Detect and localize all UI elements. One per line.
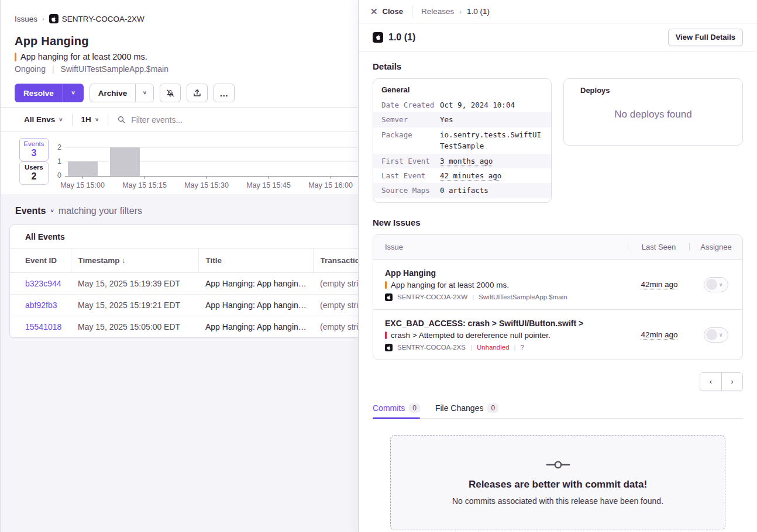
issue-row: EXC_BAD_ACCESS: crash > SwiftUI/Button.s… <box>373 309 742 360</box>
detail-row: Package io.sentry.tests.SwiftUITestSampl… <box>373 127 551 154</box>
all-events-card: All Events Event ID Timestamp ↓ Title Tr… <box>9 224 358 338</box>
tab-commits[interactable]: Commits 0 <box>373 403 420 418</box>
new-issues-header-row: Issue Last Seen Assignee <box>373 235 742 260</box>
event-id-link[interactable]: b323c944 <box>10 272 71 294</box>
issue-meta: Ongoing | SwiftUITestSampleApp.$main <box>15 64 358 74</box>
issue-culprit-text: App hanging for at least 2000 ms. <box>20 52 147 61</box>
events-stat-card[interactable]: Events 3 <box>19 138 49 161</box>
filter-events-input[interactable]: Filter events... <box>117 115 358 125</box>
column-header-title[interactable]: Title <box>198 248 313 272</box>
deploys-empty-text: No deploys found <box>572 109 734 120</box>
issue-title-link[interactable]: EXC_BAD_ACCESS: crash > SwiftUI/Button.s… <box>385 319 629 328</box>
release-title: 1.0 (1) <box>373 32 415 43</box>
divider: | <box>52 64 54 74</box>
archive-button[interactable]: Archive <box>90 84 136 102</box>
events-heading-subtitle: matching your filters <box>59 206 142 216</box>
table-header-row: Event ID Timestamp ↓ Title Transaction <box>10 248 358 272</box>
event-title: App Hanging: App hangin… <box>198 316 313 337</box>
chevron-down-icon[interactable]: ∨ <box>50 209 54 213</box>
page-title: App Hanging <box>15 34 358 48</box>
tab-commits-count: 0 <box>409 403 420 413</box>
assignee-dropdown[interactable]: ∨ <box>704 277 728 292</box>
next-page-button[interactable]: › <box>721 373 742 391</box>
chevron-down-icon: ∨ <box>143 91 147 95</box>
column-header-event-id[interactable]: Event ID <box>10 248 71 272</box>
help-hint: ? <box>521 344 524 351</box>
divider: | <box>470 344 472 351</box>
period-filter[interactable]: 1H ∨ <box>81 115 99 124</box>
issue-culprit: App hanging for at least 2000 ms. <box>15 52 358 61</box>
empty-state-subtitle: No commits associated with this release … <box>452 496 663 506</box>
breadcrumb-releases-link[interactable]: Releases <box>421 7 454 16</box>
detail-value: io.sentry.tests.SwiftUITestSample <box>440 129 543 152</box>
column-header-timestamp[interactable]: Timestamp ↓ <box>71 248 198 272</box>
unhandled-badge: Unhandled <box>477 344 510 351</box>
users-stat-card[interactable]: Users 2 <box>19 161 49 185</box>
detail-row: First Event 3 months ago <box>373 154 551 168</box>
avatar <box>706 279 717 290</box>
axis-tick <box>331 177 331 179</box>
filter-bar: All Envs ∨ 1H ∨ Filter events... <box>1 108 358 132</box>
environment-filter[interactable]: All Envs ∨ <box>24 115 63 124</box>
breadcrumb-project-label: SENTRY-COCOA-2XW <box>62 15 144 23</box>
breadcrumb-project[interactable]: SENTRY-COCOA-2XW <box>49 14 144 23</box>
event-timestamp: May 15, 2025 15:05:00 EDT <box>71 316 198 337</box>
divider <box>412 6 412 18</box>
artifacts-link[interactable]: 0 artifacts <box>440 185 488 196</box>
search-icon <box>117 115 126 124</box>
divider: | <box>472 293 474 300</box>
issue-message: crash > Attempted to dereference null po… <box>391 331 550 340</box>
y-axis-tick: 2 <box>51 143 61 151</box>
resolve-button[interactable]: Resolve <box>15 84 63 102</box>
divider <box>108 114 108 126</box>
events-bar-chart: 2 1 0 May 15 15:00 May 15 15:15 May 15 1… <box>65 132 358 196</box>
issue-detail-panel: Issues › SENTRY-COCOA-2XW App Hanging Ap… <box>0 0 358 532</box>
archive-dropdown-button[interactable]: ∨ <box>135 84 154 102</box>
event-transaction: (empty string) <box>313 272 358 294</box>
breadcrumb: Issues › SENTRY-COCOA-2XW <box>15 14 358 23</box>
axis-tick <box>82 177 83 179</box>
issue-title-link[interactable]: App Hanging <box>385 268 629 278</box>
column-header-last-seen: Last Seen <box>628 243 689 251</box>
general-card: General Date Created Oct 9, 2024 10:04 S… <box>373 78 552 203</box>
sort-descending-icon: ↓ <box>122 257 125 265</box>
table-row: 15541018 May 15, 2025 15:05:00 EDT App H… <box>10 316 358 337</box>
column-header-issue: Issue <box>373 243 628 251</box>
environment-filter-label: All Envs <box>24 115 55 124</box>
resolve-dropdown-button[interactable]: ∨ <box>63 84 84 102</box>
event-title: App Hanging: App hangin… <box>198 294 313 316</box>
commits-empty-state: Releases are better with commit data! No… <box>390 435 725 530</box>
view-full-details-button[interactable]: View Full Details <box>668 29 743 46</box>
assignee-dropdown[interactable]: ∨ <box>704 327 728 343</box>
detail-key: First Event <box>381 156 440 167</box>
last-seen-value: 42min ago <box>641 280 677 289</box>
column-header-assignee: Assignee <box>690 243 742 251</box>
x-axis-tick: May 15 15:00 <box>54 181 111 189</box>
events-stat-value: 3 <box>20 148 48 158</box>
axis-tick <box>144 177 145 179</box>
close-button[interactable]: ✕ Close <box>370 7 403 16</box>
event-id-link[interactable]: abf92fb3 <box>10 294 71 316</box>
x-axis-tick: May 15 16:00 <box>302 181 358 189</box>
detail-row: Date Created Oct 9, 2024 10:04 <box>373 98 551 112</box>
drawer-topbar: ✕ Close Releases › 1.0 (1) <box>359 0 757 23</box>
issue-location: SwiftUITestSampleApp.$main <box>479 293 567 300</box>
column-header-transaction[interactable]: Transaction <box>313 248 358 272</box>
tab-file-changes-label: File Changes <box>435 403 484 413</box>
share-button[interactable] <box>187 84 208 102</box>
mute-button[interactable] <box>160 84 181 102</box>
divider <box>72 114 73 126</box>
release-drawer: ✕ Close Releases › 1.0 (1) 1.0 (1) View … <box>358 0 757 532</box>
axis-tick <box>269 177 269 179</box>
events-heading-label[interactable]: Events <box>15 206 46 216</box>
upload-icon <box>192 88 202 98</box>
previous-page-button[interactable]: ‹ <box>700 373 721 391</box>
breadcrumb-issues-link[interactable]: Issues <box>15 15 37 23</box>
more-actions-button[interactable]: … <box>214 84 235 102</box>
tab-file-changes[interactable]: File Changes 0 <box>435 403 498 418</box>
event-id-link[interactable]: 15541018 <box>10 316 71 337</box>
x-axis <box>65 176 358 177</box>
drawer-header: 1.0 (1) View Full Details <box>359 23 757 51</box>
event-graph-section: Events 3 Users 2 2 1 0 May 15 15:00 May … <box>1 132 358 196</box>
y-axis-tick: 1 <box>51 157 61 165</box>
